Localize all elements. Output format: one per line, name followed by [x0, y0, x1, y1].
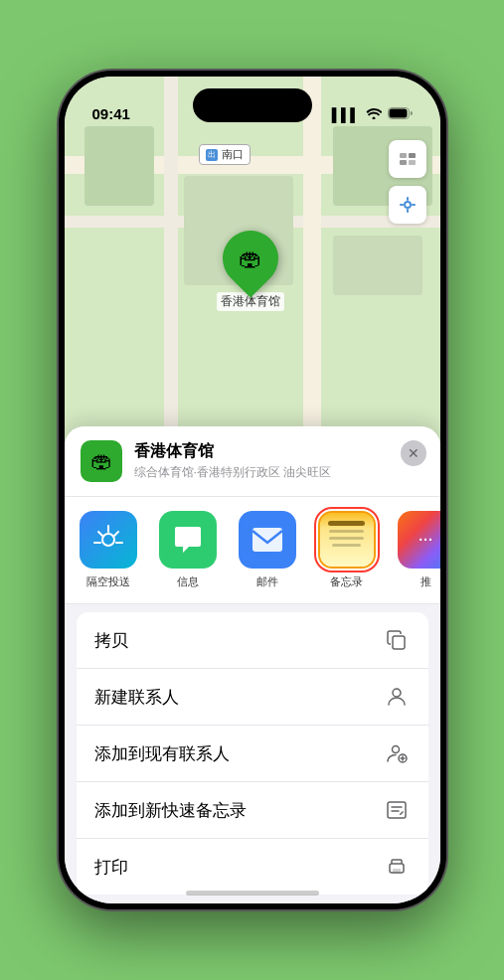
signal-icon: ▌▌▌ — [332, 107, 360, 122]
pin-icon: 🏟 — [239, 245, 262, 272]
messages-label: 信息 — [177, 574, 199, 589]
status-time: 09:41 — [92, 105, 130, 122]
svg-rect-3 — [409, 153, 416, 158]
svg-rect-15 — [393, 869, 401, 874]
wifi-icon — [366, 107, 382, 122]
action-add-quick-note[interactable]: 添加到新快速备忘录 — [77, 782, 428, 839]
action-new-contact-label: 新建联系人 — [94, 686, 179, 709]
messages-icon — [159, 511, 217, 569]
dynamic-island — [193, 88, 312, 122]
airdrop-label: 隔空投送 — [86, 574, 130, 589]
action-copy-label: 拷贝 — [94, 629, 128, 652]
pin-circle: 🏟 — [211, 219, 289, 297]
map-label-text: 南口 — [222, 147, 244, 162]
mail-label: 邮件 — [256, 574, 278, 589]
add-quick-note-icon — [383, 796, 411, 824]
svg-rect-5 — [409, 160, 416, 165]
location-info: 香港体育馆 综合体育馆·香港特别行政区 油尖旺区 — [134, 441, 424, 481]
svg-rect-8 — [252, 528, 282, 552]
svg-rect-4 — [400, 160, 407, 165]
share-app-more[interactable]: ··· 推 — [391, 511, 440, 589]
svg-rect-2 — [400, 153, 407, 158]
map-label-icon: 出 — [206, 149, 218, 161]
share-app-notes[interactable]: 备忘录 — [311, 511, 383, 589]
share-app-messages[interactable]: 信息 — [152, 511, 224, 589]
close-button[interactable]: ✕ — [401, 440, 426, 466]
location-icon: 🏟 — [81, 440, 122, 482]
notes-label: 备忘录 — [330, 574, 363, 589]
add-existing-contact-icon — [383, 739, 411, 767]
phone-frame: 09:41 ▌▌▌ — [59, 71, 446, 909]
share-app-mail[interactable]: 邮件 — [232, 511, 303, 589]
notes-icon-inner — [320, 513, 374, 567]
action-print[interactable]: 打印 — [77, 839, 428, 895]
battery-icon — [388, 107, 413, 122]
svg-rect-1 — [389, 109, 407, 118]
share-apps-row: 隔空投送 信息 — [65, 497, 440, 604]
map-type-button[interactable] — [389, 140, 426, 178]
location-sub: 综合体育馆·香港特别行政区 油尖旺区 — [134, 464, 424, 481]
action-list: 拷贝 新建联系人 — [77, 612, 428, 895]
location-header: 🏟 香港体育馆 综合体育馆·香港特别行政区 油尖旺区 ✕ — [65, 426, 440, 497]
action-print-label: 打印 — [94, 856, 128, 879]
map-controls — [389, 140, 426, 232]
bottom-sheet: 🏟 香港体育馆 综合体育馆·香港特别行政区 油尖旺区 ✕ — [65, 426, 440, 903]
svg-point-6 — [405, 202, 411, 208]
notes-icon — [318, 511, 376, 569]
mail-icon — [239, 511, 296, 569]
new-contact-icon — [383, 683, 411, 711]
map-label: 出 南口 — [199, 144, 251, 165]
action-add-existing-contact[interactable]: 添加到现有联系人 — [77, 726, 428, 782]
action-add-existing-label: 添加到现有联系人 — [94, 742, 230, 765]
location-button[interactable] — [389, 186, 426, 224]
action-add-quick-note-label: 添加到新快速备忘录 — [94, 799, 247, 822]
svg-point-10 — [393, 689, 401, 697]
svg-rect-9 — [393, 636, 405, 649]
close-icon: ✕ — [408, 445, 420, 461]
print-icon — [383, 853, 411, 881]
home-indicator — [186, 891, 319, 896]
svg-point-7 — [102, 534, 114, 546]
share-app-airdrop[interactable]: 隔空投送 — [73, 511, 144, 589]
copy-icon — [383, 626, 411, 654]
action-copy[interactable]: 拷贝 — [77, 612, 428, 669]
location-name: 香港体育馆 — [134, 441, 424, 462]
more-icon: ··· — [398, 511, 440, 569]
svg-rect-13 — [388, 802, 406, 818]
phone-screen: 09:41 ▌▌▌ — [65, 77, 440, 903]
more-label: 推 — [420, 574, 431, 589]
svg-point-11 — [392, 746, 399, 753]
airdrop-icon — [80, 511, 137, 569]
action-new-contact[interactable]: 新建联系人 — [77, 669, 428, 726]
status-icons: ▌▌▌ — [332, 107, 413, 122]
map-pin[interactable]: 🏟 香港体育馆 — [217, 231, 284, 311]
